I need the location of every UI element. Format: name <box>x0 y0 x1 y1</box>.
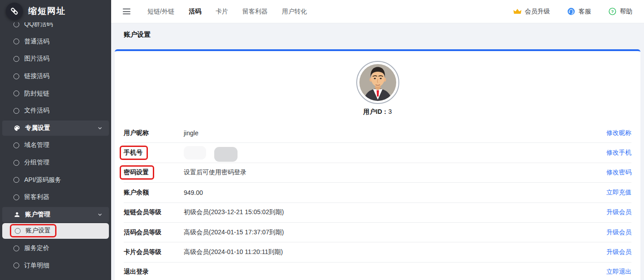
nav-tabs: 短链/外链活码卡片留客利器用户转化 <box>147 8 307 16</box>
sidebar-item-label: 服务定价 <box>24 244 49 252</box>
row-label: 短链会员等级 <box>124 208 184 216</box>
row-action-link[interactable]: 立即退出 <box>606 268 631 276</box>
link-icon <box>6 3 23 20</box>
row-label: 手机号 <box>124 149 184 157</box>
sidebar-item[interactable]: 链接活码 <box>0 68 111 85</box>
row-value: 949.00 <box>184 189 606 196</box>
sidebar-item-label: 图片活码 <box>24 55 49 63</box>
help-icon: ? <box>608 7 617 16</box>
row-value: 初级会员(2023-12-21 15:05:02到期) <box>184 208 606 216</box>
sidebar-item[interactable]: 账户设置 <box>2 223 109 239</box>
tab[interactable]: 用户转化 <box>282 8 307 16</box>
header-actions: 会员升级客服?帮助 <box>513 7 632 16</box>
sidebar-item-label: 分组管理 <box>24 159 49 167</box>
row-label: 密码设置 <box>124 168 184 177</box>
account-settings-card: 用户ID：3 用户昵称jingle修改昵称手机号修改手机密码设置设置后可使用密码… <box>115 49 640 280</box>
row-action-link[interactable]: 立即充值 <box>606 189 631 197</box>
circle-icon <box>13 160 19 166</box>
sidebar-item-label: 专属设置 <box>25 124 50 132</box>
page-title-bar: 账户设置 <box>111 23 644 46</box>
svg-text:?: ? <box>611 9 614 14</box>
circle-icon <box>13 56 19 62</box>
top-header: 短链/外链活码卡片留客利器用户转化 会员升级客服?帮助 <box>111 0 644 23</box>
row-action-link[interactable]: 升级会员 <box>606 208 631 216</box>
sidebar-item[interactable]: 文件活码 <box>0 102 111 120</box>
annotation-box: 账户设置 <box>10 224 56 237</box>
circle-icon <box>13 90 19 96</box>
sidebar-item[interactable]: API/源码服务 <box>0 171 111 189</box>
sidebar-item[interactable]: 图片活码 <box>0 50 111 68</box>
tab[interactable]: 留客利器 <box>242 8 268 16</box>
circle-icon <box>13 108 19 114</box>
sidebar-item[interactable]: 分组管理 <box>0 154 111 172</box>
circle-icon <box>13 142 19 148</box>
circle-icon <box>13 177 19 183</box>
sidebar-item[interactable]: 防封短链 <box>0 85 111 102</box>
tab[interactable]: 活码 <box>189 8 201 16</box>
user-id-label: 用户ID： <box>363 108 389 115</box>
redacted-phone-blob <box>214 147 238 162</box>
app-title: 缩短网址 <box>28 5 66 17</box>
sidebar-item-label: API/源码服务 <box>24 176 61 184</box>
settings-row: 卡片会员等级高级会员(2024-01-10 11:20:11到期)升级会员 <box>124 242 631 262</box>
header-action-label: 会员升级 <box>525 8 550 16</box>
row-value: 高级会员(2024-01-15 17:37:07到期) <box>184 228 606 237</box>
row-label: 用户昵称 <box>124 129 184 137</box>
circle-icon <box>13 246 19 251</box>
profile-section: 用户ID：3 <box>124 51 631 116</box>
header-action[interactable]: 会员升级 <box>513 7 550 16</box>
sidebar-item[interactable]: 普通活码 <box>0 33 111 51</box>
sidebar-item[interactable]: 专属设置 <box>2 121 109 136</box>
settings-row: 用户昵称jingle修改昵称 <box>124 123 631 143</box>
row-action-link[interactable]: 修改昵称 <box>606 129 631 137</box>
row-action-link[interactable]: 修改手机 <box>606 149 631 157</box>
sidebar-item-label: 普通活码 <box>24 38 49 46</box>
sidebar-item-label: 文件活码 <box>24 107 49 115</box>
hamburger-menu-icon[interactable] <box>123 9 130 14</box>
chevron-down-icon <box>97 212 103 217</box>
settings-row: 退出登录立即退出 <box>124 263 631 280</box>
row-action-link[interactable]: 升级会员 <box>606 248 631 256</box>
sidebar-item-label: 域名管理 <box>24 141 49 149</box>
sidebar-menu: QQ群活码普通活码图片活码链接活码防封短链文件活码专属设置域名管理分组管理API… <box>0 16 111 274</box>
avatar[interactable] <box>356 61 399 104</box>
row-value: jingle <box>184 129 606 137</box>
header-action[interactable]: ?帮助 <box>608 7 632 16</box>
main-content: 账户设置 <box>111 23 644 280</box>
settings-rows: 用户昵称jingle修改昵称手机号修改手机密码设置设置后可使用密码登录修改密码账… <box>124 123 631 280</box>
sidebar-item-label: 防封短链 <box>24 90 49 98</box>
logo[interactable]: 缩短网址 <box>0 0 111 22</box>
settings-row: 短链会员等级初级会员(2023-12-21 15:05:02到期)升级会员 <box>124 203 631 223</box>
tab[interactable]: 卡片 <box>216 8 228 16</box>
sidebar-item[interactable]: 账户管理 <box>2 207 109 222</box>
row-action-link[interactable]: 升级会员 <box>606 228 631 237</box>
settings-row: 密码设置设置后可使用密码登录修改密码 <box>124 163 631 183</box>
header-action-label: 帮助 <box>620 8 632 16</box>
circle-icon <box>15 228 21 234</box>
user-id-value: 3 <box>389 108 392 115</box>
circle-icon <box>13 73 19 79</box>
sidebar-item-label: 链接活码 <box>24 72 49 80</box>
settings-row: 手机号修改手机 <box>124 143 631 163</box>
headset-icon <box>567 7 575 16</box>
header-action[interactable]: 客服 <box>567 7 591 16</box>
row-label: 账户余额 <box>124 189 184 197</box>
header-action-label: 客服 <box>579 8 591 16</box>
sidebar: QQ群活码普通活码图片活码链接活码防封短链文件活码专属设置域名管理分组管理API… <box>0 0 111 280</box>
settings-row: 活码会员等级高级会员(2024-01-15 17:37:07到期)升级会员 <box>124 223 631 242</box>
row-action-link[interactable]: 修改密码 <box>606 168 631 177</box>
sidebar-item-label: 账户设置 <box>26 227 51 235</box>
tab[interactable]: 短链/外链 <box>147 8 174 16</box>
circle-icon <box>13 263 19 268</box>
sidebar-item[interactable]: 留客利器 <box>0 189 111 206</box>
settings-row: 账户余额949.00立即充值 <box>124 183 631 202</box>
user-icon <box>13 211 21 218</box>
row-label: 卡片会员等级 <box>124 248 184 256</box>
row-value: 高级会员(2024-01-10 11:20:11到期) <box>184 248 606 256</box>
sidebar-item[interactable]: 订单明细 <box>0 257 111 274</box>
sidebar-item[interactable]: 服务定价 <box>0 240 111 257</box>
sidebar-item-label: 订单明细 <box>24 262 49 270</box>
sidebar-item-label: 账户管理 <box>25 211 50 219</box>
page-title: 账户设置 <box>124 30 151 39</box>
sidebar-item[interactable]: 域名管理 <box>0 137 111 154</box>
